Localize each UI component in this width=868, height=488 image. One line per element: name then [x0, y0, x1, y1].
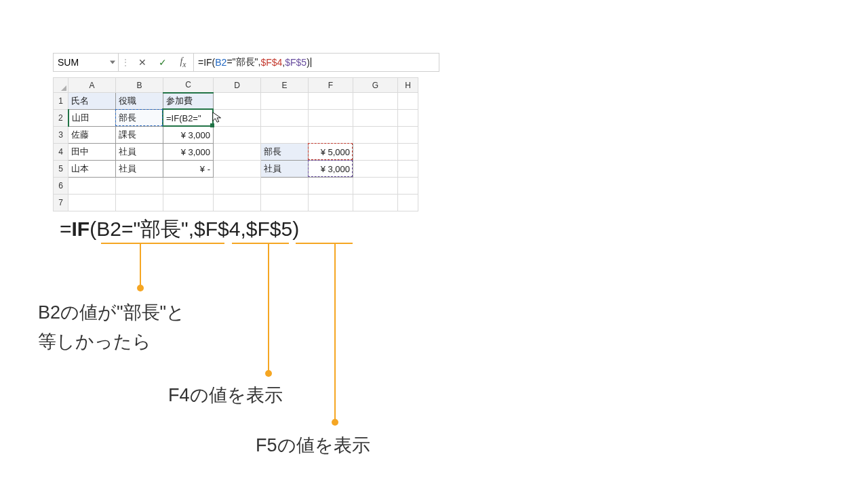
cell-B3[interactable]: 課長: [116, 127, 163, 144]
cell-A5[interactable]: 山本: [68, 161, 116, 178]
annotation-formula: =IF(B2="部長",$F$4,$F$5): [60, 216, 299, 243]
cell-D3[interactable]: [214, 127, 261, 144]
anno-eq: =: [60, 218, 72, 240]
cell-B6[interactable]: [116, 178, 163, 195]
cell-C3[interactable]: ¥ 3,000: [163, 127, 214, 144]
leader-3: [334, 243, 336, 422]
text-caret: [311, 58, 311, 67]
cell-B1[interactable]: 役職: [116, 93, 163, 110]
cell-H5[interactable]: [398, 161, 418, 178]
cell-F3[interactable]: [309, 127, 353, 144]
cell-A6[interactable]: [68, 178, 116, 195]
select-all-corner[interactable]: [54, 78, 68, 93]
formula-ref-f5: $F$5: [285, 57, 307, 68]
annotation-note-3: F5の値を表示: [256, 431, 370, 460]
enter-button[interactable]: ✓: [153, 54, 173, 71]
underline-1: [101, 243, 224, 244]
cell-A3[interactable]: 佐藤: [68, 127, 116, 144]
bullet-2: [265, 370, 272, 377]
cell-E5[interactable]: 社員: [261, 161, 309, 178]
cell-A2[interactable]: 山田: [68, 110, 116, 127]
cell-C6[interactable]: [163, 178, 214, 195]
cell-F6[interactable]: [309, 178, 353, 195]
cell-F5[interactable]: ¥ 3,000: [309, 161, 353, 178]
cell-F1[interactable]: [309, 93, 353, 110]
formula-ref-f4: $F$4: [260, 57, 282, 68]
cell-H7[interactable]: [398, 195, 418, 211]
note1-line2: 等しかったら: [38, 331, 151, 352]
cell-G1[interactable]: [353, 93, 398, 110]
cell-C2[interactable]: =IF(B2=": [163, 110, 214, 127]
row-header-5[interactable]: 5: [54, 161, 68, 178]
cell-A7[interactable]: [68, 195, 116, 211]
row-header-4[interactable]: 4: [54, 144, 68, 161]
cell-B4[interactable]: 社員: [116, 144, 163, 161]
col-header-E[interactable]: E: [261, 78, 309, 93]
col-header-F[interactable]: F: [309, 78, 353, 93]
row-header-1[interactable]: 1: [54, 93, 68, 110]
row-header-2[interactable]: 2: [54, 110, 68, 127]
cell-F7[interactable]: [309, 195, 353, 211]
cell-G6[interactable]: [353, 178, 398, 195]
formula-input[interactable]: =IF(B2="部長",$F$4,$F$5): [193, 54, 439, 71]
formula-text-suffix: ): [307, 57, 310, 68]
cell-E1[interactable]: [261, 93, 309, 110]
row-header-3[interactable]: 3: [54, 127, 68, 144]
cell-B2[interactable]: 部長: [116, 110, 163, 127]
cell-G7[interactable]: [353, 195, 398, 211]
cancel-button[interactable]: ✕: [132, 54, 153, 71]
col-header-D[interactable]: D: [214, 78, 261, 93]
chevron-down-icon[interactable]: [110, 61, 115, 64]
leader-1: [140, 243, 141, 287]
annotation-note-2: F4の値を表示: [168, 381, 283, 410]
cell-D4[interactable]: [214, 144, 261, 161]
formula-text-mid1: ="部長",: [226, 56, 260, 68]
cell-G3[interactable]: [353, 127, 398, 144]
cell-D6[interactable]: [214, 178, 261, 195]
note1-line1: B2の値が"部長"と: [38, 302, 185, 323]
cell-G4[interactable]: [353, 144, 398, 161]
fx-icon[interactable]: fx: [173, 54, 193, 71]
spreadsheet-grid[interactable]: A B C D E F G H 1 氏名 役職 参加費 2: [53, 77, 418, 211]
cell-D1[interactable]: [214, 93, 261, 110]
cell-F4[interactable]: ¥ 5,000: [309, 144, 353, 161]
cell-B7[interactable]: [116, 195, 163, 211]
underline-2: [232, 243, 289, 244]
name-box[interactable]: SUM: [54, 54, 119, 71]
col-header-G[interactable]: G: [353, 78, 398, 93]
col-header-H[interactable]: H: [398, 78, 418, 93]
row-header-7[interactable]: 7: [54, 195, 68, 211]
separator: ⋮: [119, 54, 132, 71]
cell-A4[interactable]: 田中: [68, 144, 116, 161]
annotation-note-1: B2の値が"部長"と 等しかったら: [38, 298, 185, 357]
cell-H6[interactable]: [398, 178, 418, 195]
cell-C4[interactable]: ¥ 3,000: [163, 144, 214, 161]
bullet-3: [332, 419, 338, 426]
col-header-C[interactable]: C: [163, 78, 214, 93]
col-header-A[interactable]: A: [68, 78, 116, 93]
cell-H1[interactable]: [398, 93, 418, 110]
cell-C7[interactable]: [163, 195, 214, 211]
triangle-icon: [61, 85, 66, 91]
cell-E6[interactable]: [261, 178, 309, 195]
cell-C1[interactable]: 参加費: [163, 93, 214, 110]
row-header-6[interactable]: 6: [54, 178, 68, 195]
cell-H4[interactable]: [398, 144, 418, 161]
cell-H2[interactable]: [398, 110, 418, 127]
cell-G2[interactable]: [353, 110, 398, 127]
cell-B5[interactable]: 社員: [116, 161, 163, 178]
cell-H3[interactable]: [398, 127, 418, 144]
cell-F2[interactable]: [309, 110, 353, 127]
formula-bar: SUM ⋮ ✕ ✓ fx =IF(B2="部長",$F$4,$F$5): [53, 53, 439, 72]
cell-G5[interactable]: [353, 161, 398, 178]
col-header-B[interactable]: B: [116, 78, 163, 93]
cell-D5[interactable]: [214, 161, 261, 178]
cell-E7[interactable]: [261, 195, 309, 211]
cell-C5[interactable]: ¥ -: [163, 161, 214, 178]
formula-text-prefix: =IF(: [198, 57, 215, 68]
cell-A1[interactable]: 氏名: [68, 93, 116, 110]
cell-E4[interactable]: 部長: [261, 144, 309, 161]
cell-D7[interactable]: [214, 195, 261, 211]
cell-E3[interactable]: [261, 127, 309, 144]
cell-E2[interactable]: [261, 110, 309, 127]
